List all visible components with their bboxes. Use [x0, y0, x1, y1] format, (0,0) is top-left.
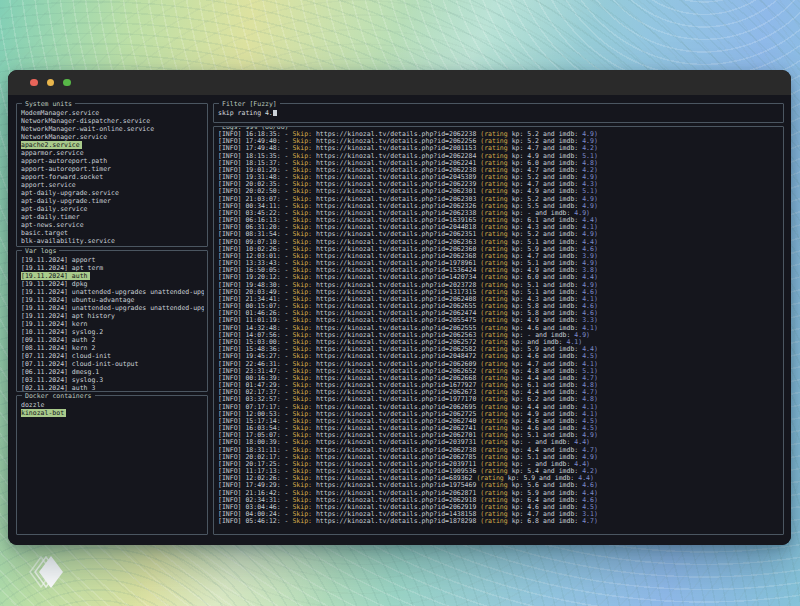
var-log-item[interactable]: [19.11.2024] unattended-upgrades unatten…	[21, 304, 204, 312]
log-line[interactable]: [INFO] 11:01:19: - Skip: https://kinozal…	[218, 317, 780, 324]
log-line[interactable]: [INFO] 19:01:29: - Skip: https://kinozal…	[218, 167, 780, 174]
log-line[interactable]: [INFO] 17:49:48: - Skip: https://kinozal…	[218, 145, 780, 152]
log-line[interactable]: [INFO] 01:46:26: - Skip: https://kinozal…	[218, 310, 780, 317]
log-line[interactable]: [INFO] 21:03:07: - Skip: https://kinozal…	[218, 196, 780, 203]
system-units-title: System units	[22, 100, 75, 108]
log-line[interactable]: [INFO] 20:03:49: - Skip: https://kinozal…	[218, 289, 780, 296]
log-line[interactable]: [INFO] 04:00:24: - Skip: https://kinozal…	[218, 511, 780, 518]
system-unit-item[interactable]: apparmor.service	[21, 149, 204, 157]
system-unit-item[interactable]: apache2.service	[21, 141, 82, 149]
log-line[interactable]: [INFO] 10:02:26: - Skip: https://kinozal…	[218, 246, 780, 253]
log-line[interactable]: [INFO] 21:34:41: - Skip: https://kinozal…	[218, 296, 780, 303]
log-line[interactable]: [INFO] 00:15:07: - Skip: https://kinozal…	[218, 303, 780, 310]
log-line[interactable]: [INFO] 06:31:20: - Skip: https://kinozal…	[218, 224, 780, 231]
log-line[interactable]: [INFO] 15:03:00: - Skip: https://kinozal…	[218, 339, 780, 346]
docker-container-item[interactable]: dozzle	[21, 401, 204, 409]
filter-input[interactable]: skip rating 4.	[214, 104, 783, 118]
log-line[interactable]: [INFO] 13:33:43: - Skip: https://kinozal…	[218, 260, 780, 267]
log-line[interactable]: [INFO] 11:17:13: - Skip: https://kinozal…	[218, 468, 780, 475]
var-log-item[interactable]: [19.11.2024] ubuntu-advantage	[21, 296, 204, 304]
log-line[interactable]: [INFO] 17:05:07: - Skip: https://kinozal…	[218, 432, 780, 439]
log-line[interactable]: [INFO] 20:02:50: - Skip: https://kinozal…	[218, 188, 780, 195]
log-line[interactable]: [INFO] 05:46:12: - Skip: https://kinozal…	[218, 518, 780, 525]
maximize-button[interactable]	[63, 79, 71, 87]
system-unit-item[interactable]: apport-autoreport.timer	[21, 165, 204, 173]
var-log-item[interactable]: [19.11.2024] apt term	[21, 264, 204, 272]
log-line[interactable]: [INFO] 12:00:53: - Skip: https://kinozal…	[218, 411, 780, 418]
var-log-item[interactable]: [19.11.2024] auth	[21, 272, 90, 280]
log-line[interactable]: [INFO] 18:00:39: - Skip: https://kinozal…	[218, 439, 780, 446]
system-unit-item[interactable]: apt-daily-upgrade.timer	[21, 197, 204, 205]
log-line[interactable]: [INFO] 22:46:31: - Skip: https://kinozal…	[218, 361, 780, 368]
system-unit-item[interactable]: NetworkManager.service	[21, 133, 204, 141]
system-unit-item[interactable]: apt-daily.timer	[21, 213, 204, 221]
var-log-item[interactable]: [19.11.2024] kern	[21, 320, 204, 328]
system-unit-item[interactable]: apt-daily-upgrade.service	[21, 189, 204, 197]
close-button[interactable]	[30, 79, 38, 87]
var-log-item[interactable]: [08.11.2024] kern 2	[21, 344, 204, 352]
log-line[interactable]: [INFO] 07:17:17: - Skip: https://kinozal…	[218, 404, 780, 411]
log-line[interactable]: [INFO] 03:45:22: - Skip: https://kinozal…	[218, 210, 780, 217]
var-log-item[interactable]: [07.11.2024] cloud-init	[21, 352, 204, 360]
log-line[interactable]: [INFO] 20:02:35: - Skip: https://kinozal…	[218, 181, 780, 188]
system-unit-item[interactable]: apport-autoreport.path	[21, 157, 204, 165]
system-unit-item[interactable]: basic.target	[21, 229, 204, 237]
log-line[interactable]: [INFO] 00:34:11: - Skip: https://kinozal…	[218, 203, 780, 210]
system-unit-item[interactable]: ModemManager.service	[21, 109, 204, 117]
system-unit-item[interactable]: NetworkManager-dispatcher.service	[21, 117, 204, 125]
log-line[interactable]: [INFO] 19:20:12: - Skip: https://kinozal…	[218, 274, 780, 281]
log-line[interactable]: [INFO] 16:18:35: - Skip: https://kinozal…	[218, 131, 780, 138]
system-unit-item[interactable]: NetworkManager-wait-online.service	[21, 125, 204, 133]
var-log-item[interactable]: [07.11.2024] cloud-init-output	[21, 360, 204, 368]
layered-diamond-icon	[22, 548, 68, 596]
var-log-item[interactable]: [06.11.2024] dmesg.1	[21, 368, 204, 376]
log-line[interactable]: [INFO] 18:15:35: - Skip: https://kinozal…	[218, 153, 780, 160]
window-titlebar[interactable]	[8, 70, 791, 95]
log-line[interactable]: [INFO] 12:03:01: - Skip: https://kinozal…	[218, 253, 780, 260]
system-unit-item[interactable]: apt-news.service	[21, 221, 204, 229]
system-unit-item[interactable]: blk-availability.service	[21, 237, 204, 245]
docker-containers-title: Docker containers	[22, 392, 95, 400]
var-log-item[interactable]: [19.11.2024] apt history	[21, 312, 204, 320]
log-line[interactable]: [INFO] 01:47:29: - Skip: https://kinozal…	[218, 382, 780, 389]
log-line[interactable]: [INFO] 02:34:31: - Skip: https://kinozal…	[218, 497, 780, 504]
log-line[interactable]: [INFO] 19:48:30: - Skip: https://kinozal…	[218, 282, 780, 289]
logs-title: Logs: 99% (66/66)	[219, 126, 292, 131]
var-log-item[interactable]: [09.11.2024] auth 2	[21, 336, 204, 344]
docker-container-item[interactable]: kinozal-bot	[21, 409, 66, 417]
log-line[interactable]: [INFO] 14:07:56: - Skip: https://kinozal…	[218, 332, 780, 339]
log-line[interactable]: [INFO] 20:02:17: - Skip: https://kinozal…	[218, 454, 780, 461]
system-unit-item[interactable]: apt-daily.service	[21, 205, 204, 213]
var-log-item[interactable]: [19.11.2024] apport	[21, 256, 204, 264]
var-log-item[interactable]: [19.11.2024] dpkg	[21, 280, 204, 288]
log-line[interactable]: [INFO] 21:16:42: - Skip: https://kinozal…	[218, 490, 780, 497]
minimize-button[interactable]	[47, 79, 55, 87]
log-line[interactable]: [INFO] 15:17:14: - Skip: https://kinozal…	[218, 418, 780, 425]
log-line[interactable]: [INFO] 02:17:37: - Skip: https://kinozal…	[218, 389, 780, 396]
log-line[interactable]: [INFO] 16:50:05: - Skip: https://kinozal…	[218, 267, 780, 274]
log-line[interactable]: [INFO] 18:15:37: - Skip: https://kinozal…	[218, 160, 780, 167]
log-line[interactable]: [INFO] 14:32:48: - Skip: https://kinozal…	[218, 325, 780, 332]
log-line[interactable]: [INFO] 20:17:25: - Skip: https://kinozal…	[218, 461, 780, 468]
log-line[interactable]: [INFO] 17:49:40: - Skip: https://kinozal…	[218, 138, 780, 145]
log-line[interactable]: [INFO] 17:49:29: - Skip: https://kinozal…	[218, 482, 780, 489]
log-line[interactable]: [INFO] 19:31:48: - Skip: https://kinozal…	[218, 174, 780, 181]
log-line[interactable]: [INFO] 16:03:54: - Skip: https://kinozal…	[218, 425, 780, 432]
log-line[interactable]: [INFO] 03:04:46: - Skip: https://kinozal…	[218, 504, 780, 511]
log-list[interactable]: [INFO] 16:18:35: - Skip: https://kinozal…	[214, 127, 783, 526]
log-line[interactable]: [INFO] 03:32:57: - Skip: https://kinozal…	[218, 396, 780, 403]
log-line[interactable]: [INFO] 19:45:27: - Skip: https://kinozal…	[218, 353, 780, 360]
log-line[interactable]: [INFO] 23:31:47: - Skip: https://kinozal…	[218, 368, 780, 375]
log-line[interactable]: [INFO] 18:31:11: - Skip: https://kinozal…	[218, 447, 780, 454]
log-line[interactable]: [INFO] 08:31:54: - Skip: https://kinozal…	[218, 231, 780, 238]
system-unit-item[interactable]: apport-forward.socket	[21, 173, 204, 181]
log-line[interactable]: [INFO] 06:16:13: - Skip: https://kinozal…	[218, 217, 780, 224]
log-line[interactable]: [INFO] 12:02:26: - Skip: https://kinozal…	[218, 475, 780, 482]
log-line[interactable]: [INFO] 15:48:36: - Skip: https://kinozal…	[218, 346, 780, 353]
log-line[interactable]: [INFO] 09:07:10: - Skip: https://kinozal…	[218, 239, 780, 246]
log-line[interactable]: [INFO] 00:16:39: - Skip: https://kinozal…	[218, 375, 780, 382]
system-unit-item[interactable]: apport.service	[21, 181, 204, 189]
var-log-item[interactable]: [03.11.2024] syslog.3	[21, 376, 204, 384]
var-log-item[interactable]: [10.11.2024] syslog.2	[21, 328, 204, 336]
var-log-item[interactable]: [19.11.2024] unattended-upgrades unatten…	[21, 288, 204, 296]
